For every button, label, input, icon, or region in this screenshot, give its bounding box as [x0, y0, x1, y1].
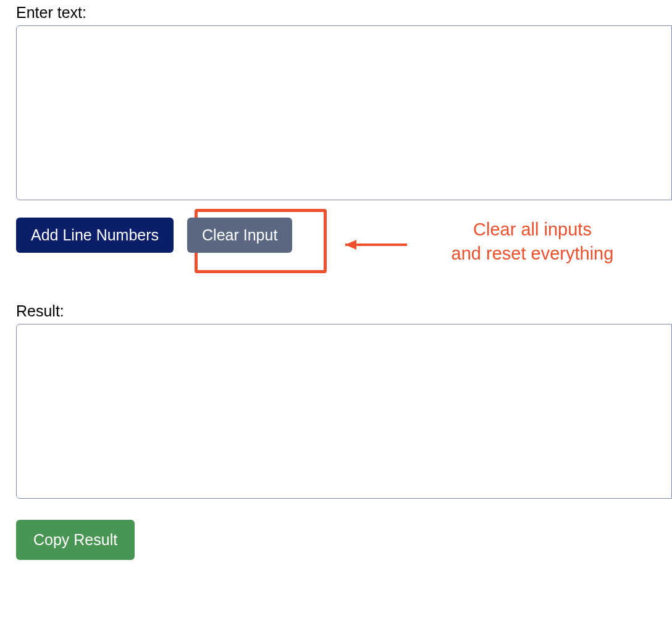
input-textarea[interactable]: [16, 25, 672, 200]
result-label: Result:: [16, 302, 672, 320]
svg-marker-1: [345, 240, 356, 250]
result-textarea[interactable]: [16, 324, 672, 499]
copy-result-button[interactable]: Copy Result: [16, 520, 135, 560]
enter-text-label: Enter text:: [16, 4, 672, 22]
callout-arrow-icon: [327, 232, 413, 257]
callout-line2: and reset everything: [452, 244, 614, 263]
callout-text: Clear all inputs and reset everything: [409, 218, 656, 266]
action-button-row: Add Line Numbers Clear Input Clear all i…: [16, 218, 672, 253]
clear-input-button[interactable]: Clear Input: [187, 218, 292, 253]
callout-line1: Clear all inputs: [473, 219, 592, 239]
add-line-numbers-button[interactable]: Add Line Numbers: [16, 218, 174, 253]
